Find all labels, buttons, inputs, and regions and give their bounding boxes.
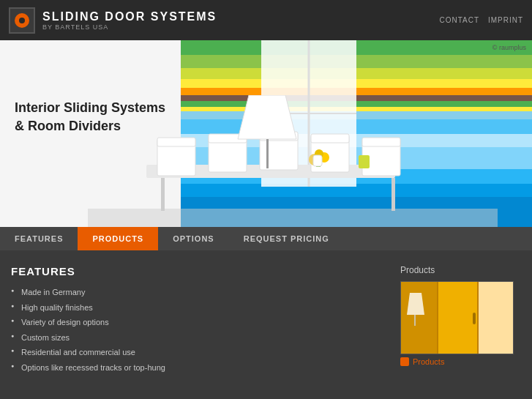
- feature-item-3: Variety of design options: [11, 315, 389, 330]
- svg-rect-19: [88, 209, 498, 227]
- svg-rect-40: [359, 155, 370, 168]
- main-content: FEATURES Made in Germany High quality fi…: [0, 250, 532, 399]
- svg-rect-47: [473, 313, 476, 324]
- logo-title: SLIDING DOOR SYSTEMS: [42, 10, 217, 23]
- contact-link[interactable]: CONTACT: [440, 16, 480, 24]
- svg-rect-43: [438, 282, 478, 354]
- tab-products[interactable]: PRODUCTS: [78, 227, 158, 250]
- hero-heading: Interior Sliding Systems & Room Dividers: [15, 99, 165, 135]
- svg-marker-33: [238, 95, 296, 139]
- logo-icon: [9, 7, 35, 34]
- tab-options[interactable]: OPTIONS: [158, 227, 229, 250]
- svg-rect-39: [313, 155, 322, 166]
- logo-text: SLIDING DOOR SYSTEMS BY BARTELS USA: [42, 10, 217, 31]
- tab-features[interactable]: FEATURES: [0, 227, 78, 250]
- svg-rect-34: [266, 139, 269, 168]
- svg-rect-30: [311, 134, 349, 143]
- svg-rect-22: [391, 178, 395, 211]
- nav-separator: [482, 16, 485, 24]
- logo-area: SLIDING DOOR SYSTEMS BY BARTELS USA: [9, 7, 217, 34]
- product-thumbnail[interactable]: [400, 281, 514, 354]
- features-section: FEATURES Made in Germany High quality fi…: [11, 261, 389, 388]
- product-label-text: Products: [413, 357, 444, 366]
- product-label[interactable]: Products: [400, 357, 521, 366]
- feature-item-4: Custom sizes: [11, 330, 389, 346]
- nav-tabs: FEATURES PRODUCTS OPTIONS REQUEST PRICIN…: [0, 227, 532, 250]
- features-title: FEATURES: [11, 265, 389, 277]
- hero-banner: Interior Sliding Systems & Room Dividers…: [0, 40, 532, 227]
- svg-rect-21: [161, 178, 165, 211]
- feature-item-5: Residential and commercial use: [11, 345, 389, 360]
- feature-item-1: Made in Germany: [11, 285, 389, 300]
- product-label-icon: [400, 357, 409, 366]
- header: SLIDING DOOR SYSTEMS BY BARTELS USA CONT…: [0, 0, 532, 40]
- feature-item-6: Options like recessed tracks or top-hung: [11, 360, 389, 376]
- features-list: Made in Germany High quality finishes Va…: [11, 285, 389, 375]
- hero-heading-line1: Interior Sliding Systems: [15, 100, 165, 115]
- svg-rect-44: [478, 282, 514, 354]
- hero-heading-line2: & Room Dividers: [15, 119, 121, 133]
- svg-rect-49: [414, 315, 416, 326]
- products-sidebar-title: Products: [400, 265, 521, 275]
- hero-copyright: © raumplus: [492, 44, 526, 51]
- imprint-link[interactable]: IMPRINT: [488, 16, 523, 24]
- feature-item-2: High quality finishes: [11, 300, 389, 316]
- tab-request-pricing[interactable]: REQUEST PRICING: [229, 227, 344, 250]
- hero-text-block: Interior Sliding Systems & Room Dividers: [15, 99, 165, 135]
- svg-rect-32: [362, 138, 400, 146]
- header-nav: CONTACT IMPRINT: [440, 16, 523, 24]
- svg-marker-48: [407, 293, 424, 315]
- svg-rect-24: [157, 138, 195, 146]
- logo-icon-inner: [15, 13, 29, 28]
- svg-rect-42: [401, 282, 438, 354]
- products-sidebar: Products: [400, 261, 521, 388]
- logo-subtitle: BY BARTELS USA: [42, 23, 217, 31]
